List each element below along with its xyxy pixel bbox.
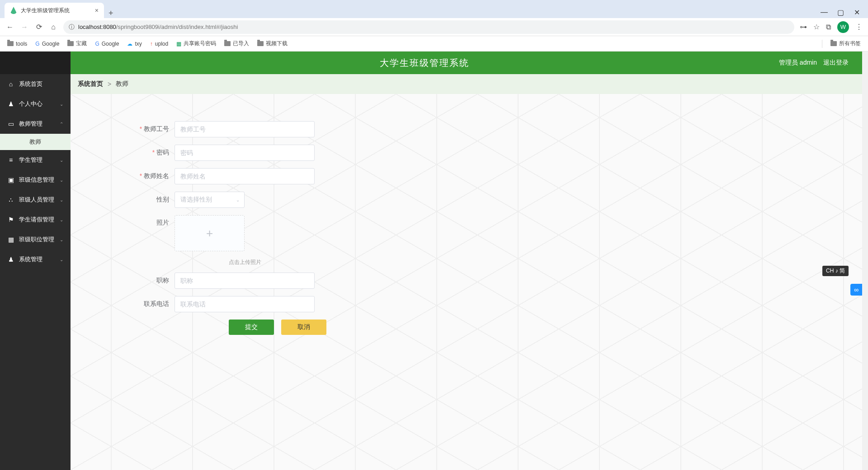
label-title: 职称 (125, 277, 175, 285)
sidebar-item-label: 班级信息管理 (19, 176, 54, 184)
bookmark-video[interactable]: 视频下载 (257, 40, 288, 47)
ime-badge: CH ♪ 简 (822, 266, 849, 276)
maximize-button[interactable]: ▢ (837, 9, 844, 15)
grid-icon: ▦ (7, 236, 14, 243)
bookmark-tools[interactable]: tools (7, 41, 27, 47)
chevron-up-icon: ⌃ (60, 122, 63, 127)
window-controls: — ▢ ✕ (813, 9, 868, 18)
chevron-down-icon: ⌄ (60, 178, 63, 183)
title-input[interactable] (175, 273, 315, 289)
all-bookmarks[interactable]: 所有书签 (830, 40, 861, 47)
sidebar-item-system[interactable]: ♟ 系统管理 ⌄ (0, 249, 71, 269)
bookmark-txy[interactable]: ☁txy (127, 41, 142, 47)
sidebar-item-home[interactable]: ⌂ 系统首页 (0, 74, 71, 94)
app-topbar: 大学生班级管理系统 管理员 admin 退出登录 (71, 52, 862, 74)
sidebar-item-classmember[interactable]: ⛬ 班级人员管理 ⌄ (0, 190, 71, 210)
home-button[interactable]: ⌂ (49, 23, 58, 31)
profile-avatar[interactable]: W (837, 21, 849, 33)
breadcrumb-current: 教师 (116, 80, 128, 88)
bookmark-imported[interactable]: 已导入 (224, 40, 249, 47)
user-icon: ♟ (7, 256, 14, 263)
label-password: 密码 (125, 149, 175, 157)
chevron-down-icon: ⌄ (60, 237, 63, 242)
sidebar-logo (0, 52, 71, 74)
sidebar-subitem-label: 教师 (29, 138, 41, 146)
photo-uploader[interactable]: + (175, 215, 245, 251)
label-gender: 性别 (125, 196, 175, 204)
minimize-button[interactable]: — (821, 9, 827, 15)
chevron-down-icon: ⌄ (60, 158, 63, 163)
sidebar-item-profile[interactable]: ♟ 个人中心 ⌄ (0, 94, 71, 114)
card-icon: ▭ (7, 120, 14, 127)
user-icon: ♟ (7, 100, 14, 108)
sidebar-item-teacher[interactable]: ▭ 教师管理 ⌃ (0, 114, 71, 134)
label-photo: 照片 (125, 215, 175, 227)
browser-toolbar: ← → ⟳ ⌂ ⓘ localhost:8080/springboot9809i… (0, 18, 868, 36)
upload-hint: 点击上传照片 (229, 258, 414, 266)
teacher-id-input[interactable] (175, 121, 315, 137)
chevron-down-icon: ⌄ (60, 257, 63, 262)
browser-tab-strip: 大学生班级管理系统 × + — ▢ ✕ (0, 0, 868, 18)
bookmark-shared[interactable]: ▦共享账号密码 (176, 40, 216, 47)
menu-icon[interactable]: ⋮ (855, 23, 863, 31)
chevron-down-icon: ⌄ (60, 102, 63, 107)
sidebar-item-label: 学生请假管理 (19, 216, 54, 224)
side-widget-icon[interactable]: ∞ (850, 284, 862, 296)
address-bar[interactable]: ⓘ localhost:8080/springboot9809i/admin/d… (63, 20, 794, 34)
admin-label[interactable]: 管理员 admin (779, 59, 817, 67)
label-teacher-id: 教师工号 (125, 125, 175, 133)
submit-button[interactable]: 提交 (229, 320, 274, 335)
sidebar-item-label: 教师管理 (19, 120, 42, 128)
chevron-down-icon: ⌄ (236, 197, 240, 202)
people-icon: ⛬ (7, 196, 14, 203)
label-teacher-name: 教师姓名 (125, 172, 175, 180)
breadcrumb-sep: > (108, 80, 111, 88)
sidebar-item-label: 系统管理 (19, 255, 42, 263)
cancel-button[interactable]: 取消 (281, 320, 326, 335)
reload-button[interactable]: ⟳ (34, 23, 43, 31)
password-icon[interactable]: ⊶ (800, 23, 807, 31)
sidebar-subitem-teacher[interactable]: 教师 (0, 134, 71, 150)
bookmarks-bar: tools GGoogle 宝藏 GGoogle ☁txy ↑uplod ▦共享… (0, 36, 868, 52)
close-icon[interactable]: × (95, 7, 99, 14)
sidebar-item-classinfo[interactable]: ▣ 班级信息管理 ⌄ (0, 170, 71, 190)
bookmark-google2[interactable]: GGoogle (95, 41, 119, 47)
app-title: 大学生班级管理系统 (71, 57, 779, 69)
url-text: localhost:8080/springboot9809i/admin/dis… (78, 24, 238, 30)
teacher-name-input[interactable] (175, 168, 315, 184)
gender-select[interactable]: 请选择性别 ⌄ (175, 192, 245, 208)
forward-button[interactable]: → (20, 23, 29, 31)
sidebar-item-label: 班级职位管理 (19, 235, 54, 244)
breadcrumb-home[interactable]: 系统首页 (78, 80, 103, 88)
sidebar-item-position[interactable]: ▦ 班级职位管理 ⌄ (0, 230, 71, 249)
bookmark-uplod[interactable]: ↑uplod (150, 41, 168, 47)
extensions-icon[interactable]: ⧉ (826, 23, 831, 31)
back-button[interactable]: ← (5, 23, 14, 31)
teacher-form: 教师工号 密码 教师姓名 性别 请选择性别 ⌄ (71, 94, 414, 335)
gender-placeholder: 请选择性别 (180, 196, 212, 204)
bookmark-google[interactable]: GGoogle (35, 41, 59, 47)
sidebar-item-label: 班级人员管理 (19, 196, 54, 204)
logout-link[interactable]: 退出登录 (823, 59, 849, 67)
browser-tab[interactable]: 大学生班级管理系统 × (5, 3, 104, 18)
sidebar-item-student[interactable]: ≡ 学生管理 ⌄ (0, 150, 71, 170)
bookmark-star-icon[interactable]: ☆ (813, 23, 820, 31)
breadcrumb: 系统首页 > 教师 (71, 74, 862, 94)
close-window-button[interactable]: ✕ (854, 9, 860, 15)
password-input[interactable] (175, 145, 315, 161)
scrollbar[interactable] (862, 52, 868, 470)
sidebar-item-label: 学生管理 (19, 156, 42, 164)
phone-input[interactable] (175, 296, 315, 312)
list-icon: ≡ (7, 156, 14, 164)
home-icon: ⌂ (7, 80, 14, 88)
sidebar-item-label: 系统首页 (19, 80, 42, 88)
chevron-down-icon: ⌄ (60, 217, 63, 222)
site-info-icon[interactable]: ⓘ (69, 23, 75, 31)
plus-icon: + (206, 226, 213, 240)
new-tab-button[interactable]: + (104, 9, 118, 18)
tab-title: 大学生班级管理系统 (21, 7, 91, 14)
monitor-icon: ▣ (7, 176, 14, 183)
chevron-down-icon: ⌄ (60, 197, 63, 202)
sidebar-item-leave[interactable]: ⚑ 学生请假管理 ⌄ (0, 210, 71, 230)
bookmark-baozang[interactable]: 宝藏 (67, 40, 87, 47)
